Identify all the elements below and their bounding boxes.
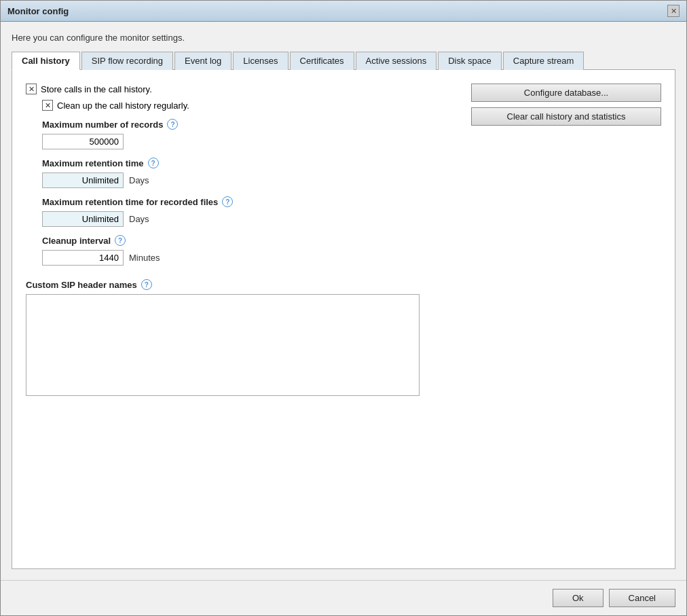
tab-active-sessions[interactable]: Active sessions (356, 52, 437, 70)
max-retention-input-row: Days (42, 173, 458, 188)
custom-sip-section: Custom SIP header names ? (26, 279, 458, 398)
dialog-footer: Ok Cancel (1, 580, 686, 615)
custom-sip-label: Custom SIP header names ? (26, 279, 458, 290)
right-panel: Configure database... Clear call history… (471, 84, 661, 403)
cleanup-interval-help-icon[interactable]: ? (115, 235, 126, 246)
custom-sip-textarea[interactable] (26, 294, 420, 396)
cleanup-row: ✕ Clean up the call history regularly. (42, 100, 458, 111)
cancel-button[interactable]: Cancel (609, 589, 675, 607)
dialog-title: Monitor config (7, 6, 69, 16)
tabs-bar: Call history SIP flow recording Event lo… (12, 51, 675, 70)
cleanup-interval-unit: Minutes (129, 253, 160, 263)
cleanup-interval-group: Cleanup interval ? Minutes (42, 235, 458, 266)
max-retention-files-label: Maximum retention time for recorded file… (42, 196, 458, 207)
max-retention-unit: Days (129, 175, 149, 185)
store-calls-row: ✕ Store calls in the call history. (26, 84, 458, 94)
store-calls-checkbox[interactable]: ✕ (26, 84, 37, 94)
dialog-body: Here you can configure the monitor setti… (1, 22, 686, 580)
max-retention-files-input[interactable] (42, 211, 124, 227)
monitor-config-dialog: Monitor config ✕ Here you can configure … (0, 0, 687, 616)
tab-licenses[interactable]: Licenses (233, 52, 288, 70)
configure-database-button[interactable]: Configure database... (471, 84, 661, 102)
tab-content: ✕ Store calls in the call history. ✕ Cle… (12, 70, 675, 569)
store-calls-label: Store calls in the call history. (41, 84, 152, 94)
cleanup-label: Clean up the call history regularly. (57, 101, 189, 111)
max-retention-input[interactable] (42, 173, 124, 188)
title-bar: Monitor config ✕ (1, 1, 686, 22)
max-retention-files-input-row: Days (42, 211, 458, 227)
max-retention-group: Maximum retention time ? Days (42, 158, 458, 188)
max-records-input-row (42, 134, 458, 149)
max-retention-files-help-icon[interactable]: ? (222, 196, 233, 207)
content-inner: ✕ Store calls in the call history. ✕ Cle… (26, 84, 661, 403)
tab-event-log[interactable]: Event log (174, 52, 231, 70)
description-text: Here you can configure the monitor setti… (12, 33, 675, 43)
close-button[interactable]: ✕ (667, 5, 680, 17)
max-retention-files-group: Maximum retention time for recorded file… (42, 196, 458, 227)
clear-history-button[interactable]: Clear call history and statistics (471, 107, 661, 126)
left-panel: ✕ Store calls in the call history. ✕ Cle… (26, 84, 458, 403)
max-retention-label: Maximum retention time ? (42, 158, 458, 168)
cleanup-interval-label: Cleanup interval ? (42, 235, 458, 246)
max-records-help-icon[interactable]: ? (167, 119, 178, 130)
tab-certificates[interactable]: Certificates (290, 52, 354, 70)
tab-disk-space[interactable]: Disk space (438, 52, 502, 70)
tab-call-history[interactable]: Call history (12, 52, 80, 70)
max-records-group: Maximum number of records ? (42, 119, 458, 149)
max-records-label: Maximum number of records ? (42, 119, 458, 130)
ok-button[interactable]: Ok (553, 589, 604, 607)
custom-sip-help-icon[interactable]: ? (141, 279, 152, 290)
max-records-input[interactable] (42, 134, 124, 149)
cleanup-interval-input-row: Minutes (42, 250, 458, 266)
cleanup-checkbox[interactable]: ✕ (42, 100, 53, 111)
tab-capture-stream[interactable]: Capture stream (503, 52, 584, 70)
tab-sip-flow-recording[interactable]: SIP flow recording (81, 52, 173, 70)
max-retention-help-icon[interactable]: ? (148, 158, 159, 168)
max-retention-files-unit: Days (129, 214, 149, 224)
cleanup-interval-input[interactable] (42, 250, 124, 266)
